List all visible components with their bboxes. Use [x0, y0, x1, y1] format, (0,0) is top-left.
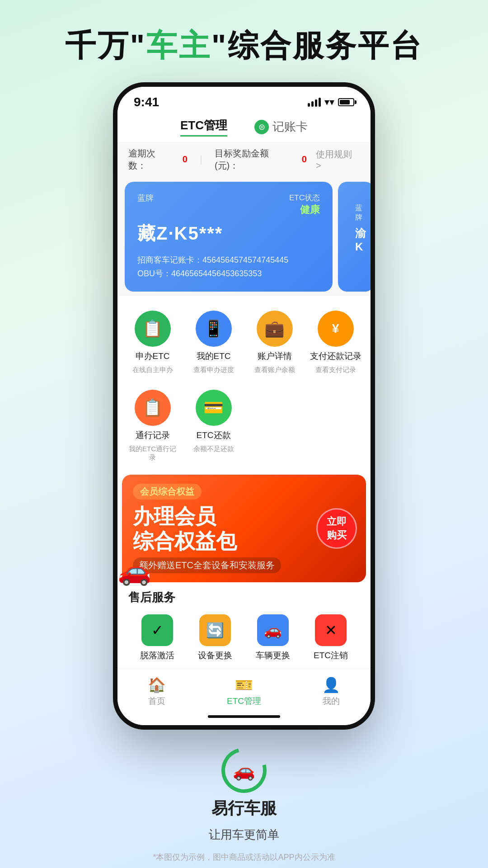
apply-etc-name: 申办ETC: [136, 350, 170, 362]
card-plate: 藏Z·K5***: [137, 221, 320, 246]
after-sale-replace-device[interactable]: 🔄 设备更换: [186, 611, 244, 665]
after-sale-title: 售后服务: [128, 590, 360, 605]
membership-banner[interactable]: 会员综合权益 办理会员综合权益包 额外赠送ETC全套设备和安装服务 立即 购买 …: [122, 475, 366, 582]
apply-etc-icon: 📋: [135, 311, 171, 347]
account-detail-name: 账户详情: [258, 350, 292, 362]
payment-record-name: 支付还款记录: [310, 350, 361, 362]
card-etc-label: ETC状态: [289, 193, 320, 203]
status-bar: 9:41 ▾▾: [117, 87, 371, 114]
mine-label: 我的: [323, 695, 340, 707]
tab-credit-label: 记账卡: [272, 119, 308, 135]
card-etc-status: ETC状态 健康: [289, 193, 320, 217]
my-etc-desc: 查看申办进度: [193, 366, 234, 374]
use-rules-link[interactable]: 使用规则 >: [316, 148, 360, 171]
mine-icon: 👤: [322, 676, 340, 693]
reactivate-icon: ✓: [141, 614, 173, 646]
signal-icon: [308, 98, 321, 107]
card-etc-value: 健康: [289, 203, 320, 217]
brand-name: 易行车服: [211, 797, 277, 820]
footer: 🚗 易行车服 让用车更简单 *本图仅为示例，图中商品或活动以APP内公示为准: [0, 730, 488, 868]
home-indicator: [117, 711, 371, 725]
account-detail-icon: 💼: [257, 311, 293, 347]
home-icon: 🏠: [148, 676, 166, 693]
after-sale-cancel-etc[interactable]: ✕ ETC注销: [302, 611, 360, 665]
banner-buy-label: 立即: [327, 515, 347, 528]
payment-record-icon: ¥: [318, 311, 354, 347]
home-bar: [208, 715, 280, 718]
overdue-label: 逾期次数：: [128, 147, 174, 172]
brand-logo: 🚗 易行车服: [18, 748, 470, 820]
pass-record-icon: 📋: [135, 390, 171, 426]
home-label: 首页: [148, 695, 165, 707]
service-account-detail[interactable]: 💼 账户详情 查看账户余额: [244, 305, 305, 380]
reactivate-name: 脱落激活: [140, 650, 174, 661]
brand-icon: 🚗: [221, 748, 267, 793]
tagline-highlight: 车主: [146, 28, 211, 62]
etc-repay-name: ETC还款: [197, 429, 231, 441]
battery-icon: [338, 98, 354, 106]
cancel-etc-icon: ✕: [315, 614, 347, 646]
etc-card-partial[interactable]: 蓝牌 渝K: [338, 182, 371, 292]
pass-record-desc: 我的ETC通行记录: [126, 445, 179, 462]
replace-device-name: 设备更换: [198, 650, 232, 661]
banner-buy-button[interactable]: 立即 购买: [316, 508, 357, 549]
banner-car-icon: 🚗: [117, 555, 151, 587]
replace-car-name: 车辆更换: [256, 650, 290, 661]
bottom-nav-mine[interactable]: 👤 我的: [322, 676, 340, 707]
tagline-suffix: "综合服务平台: [211, 28, 423, 62]
etc-repay-desc: 余额不足还款: [193, 445, 234, 453]
banner-badge-text: 会员综合权益: [140, 486, 194, 496]
card-obu-num: 46465654456453635353: [171, 269, 262, 278]
partial-plate: 渝K: [355, 226, 357, 253]
service-my-etc[interactable]: 📱 我的ETC 查看申办进度: [183, 305, 244, 380]
pass-record-name: 通行记录: [136, 429, 170, 441]
wifi-icon: ▾▾: [324, 96, 334, 108]
card-header: 蓝牌 ETC状态 健康: [137, 193, 320, 217]
replace-car-icon: 🚗: [257, 614, 289, 646]
after-sale-reactivate[interactable]: ✓ 脱落激活: [128, 611, 186, 665]
banner-sub-text: 额外赠送ETC全套设备和安装服务: [133, 557, 281, 573]
service-grid-row1: 📋 申办ETC 在线自主申办 📱 我的ETC 查看申办进度 💼 账户详情 查看账…: [117, 296, 371, 384]
etc-manage-label: ETC管理: [227, 695, 261, 707]
payment-record-desc: 查看支付记录: [315, 366, 356, 374]
info-bar: 逾期次数：0 ｜ 目标奖励金额(元)：0 使用规则 >: [117, 142, 371, 177]
etc-card-main[interactable]: 蓝牌 ETC状态 健康 藏Z·K5*** 招商客车记账卡：45645645745…: [125, 182, 333, 292]
service-pass-record[interactable]: 📋 通行记录 我的ETC通行记录: [122, 384, 183, 467]
tab-etc-manage[interactable]: ETC管理: [180, 118, 227, 137]
footer-note: *本图仅为示例，图中商品或活动以APP内公示为准: [18, 852, 470, 863]
service-payment-record[interactable]: ¥ 支付还款记录 查看支付记录: [305, 305, 366, 380]
phone-mockup-wrap: 9:41 ▾▾ ETC管理 ⊜ 记账卡: [0, 82, 488, 730]
phone-mockup: 9:41 ▾▾ ETC管理 ⊜ 记账卡: [113, 82, 375, 730]
after-sale-replace-car[interactable]: 🚗 车辆更换: [244, 611, 302, 665]
tab-credit-card[interactable]: ⊜ 记账卡: [254, 119, 308, 135]
card-account-num: 4564564574574745445: [202, 255, 288, 264]
status-time: 9:41: [134, 95, 159, 109]
card-scroll: 蓝牌 ETC状态 健康 藏Z·K5*** 招商客车记账卡：45645645745…: [117, 177, 371, 296]
my-etc-name: 我的ETC: [197, 350, 231, 362]
after-sale-grid: ✓ 脱落激活 🔄 设备更换 🚗 车辆更换 ✕ ETC注销: [128, 611, 360, 665]
etc-manage-icon: 🎫: [235, 676, 253, 693]
bottom-nav-etc-manage[interactable]: 🎫 ETC管理: [227, 676, 261, 707]
partial-card-type: 蓝牌: [355, 203, 357, 222]
credit-icon: ⊜: [254, 120, 269, 134]
service-grid-row2: 📋 通行记录 我的ETC通行记录 💳 ETC还款 余额不足还款: [117, 384, 371, 475]
apply-etc-desc: 在线自主申办: [132, 366, 173, 374]
my-etc-icon: 📱: [196, 311, 232, 347]
partial-card-inner: 蓝牌 渝K: [351, 193, 361, 264]
service-apply-etc[interactable]: 📋 申办ETC 在线自主申办: [122, 305, 183, 380]
target-value: 0: [302, 154, 307, 165]
tagline-prefix: 千万": [65, 28, 146, 62]
account-detail-desc: 查看账户余额: [254, 366, 295, 374]
bottom-nav-home[interactable]: 🏠 首页: [148, 676, 166, 707]
after-sale-section: 售后服务 ✓ 脱落激活 🔄 设备更换 🚗 车辆更换 ✕ ETC注销: [117, 582, 371, 669]
brand-slogan: 让用车更简单: [18, 827, 470, 843]
overdue-value: 0: [183, 154, 188, 165]
replace-device-icon: 🔄: [199, 614, 231, 646]
membership-banner-wrap: 会员综合权益 办理会员综合权益包 额外赠送ETC全套设备和安装服务 立即 购买 …: [117, 475, 371, 582]
service-etc-repay[interactable]: 💳 ETC还款 余额不足还款: [183, 384, 244, 467]
banner-buy-label2: 购买: [327, 528, 347, 542]
status-icons: ▾▾: [308, 96, 354, 108]
target-label: 目标奖励金额(元)：: [215, 147, 293, 172]
divider: ｜: [197, 153, 206, 165]
banner-badge: 会员综合权益: [133, 484, 202, 500]
